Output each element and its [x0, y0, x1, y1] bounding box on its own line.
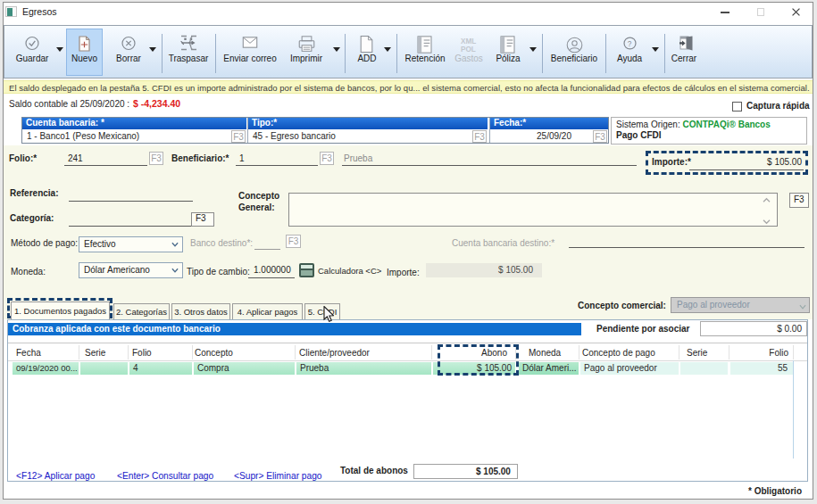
svg-text:POL: POL	[461, 45, 476, 54]
svg-text:XML: XML	[461, 37, 476, 45]
svg-text:?: ?	[628, 40, 632, 48]
